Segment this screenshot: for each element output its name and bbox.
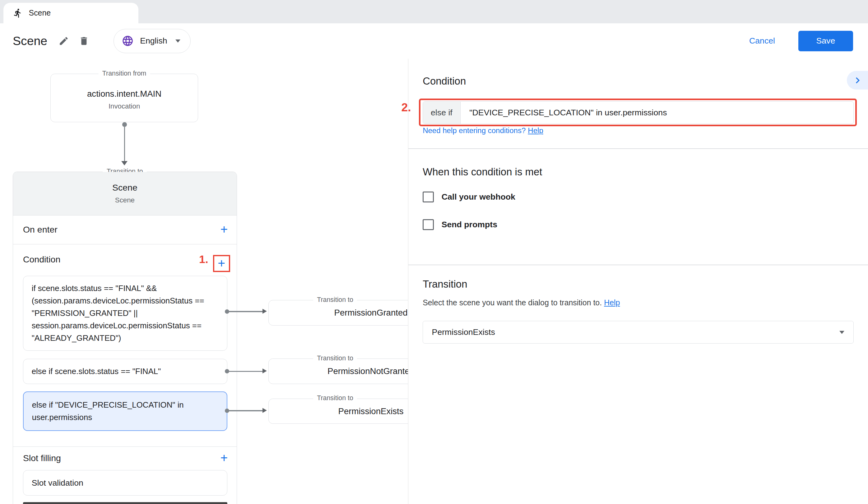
transition-help-link[interactable]: Help <box>604 298 620 307</box>
chevron-right-icon <box>851 74 864 86</box>
arrow-down-icon <box>121 161 127 165</box>
save-button[interactable]: Save <box>798 31 853 51</box>
when-condition-met-heading: When this condition is met <box>423 166 542 178</box>
transition-description-text: Select the scene you want the dialog to … <box>423 298 602 307</box>
connector-line <box>228 410 262 411</box>
annotation-box-1: + <box>213 255 230 272</box>
arrow-right-icon <box>262 309 267 314</box>
globe-icon <box>122 35 134 47</box>
target-title: PermissionExists <box>338 406 404 416</box>
slot-filling-section-header: Slot filling + <box>13 447 237 470</box>
scene-editor: Scene Scene English Cancel Save <box>0 0 868 504</box>
slot-validation-item[interactable]: Slot validation <box>23 470 227 496</box>
intent-type: Invocation <box>108 102 140 111</box>
trash-icon <box>79 36 89 46</box>
collapse-panel-button[interactable] <box>847 71 868 90</box>
tab-bar: Scene <box>0 0 868 23</box>
delete-scene-button[interactable] <box>76 34 91 49</box>
scene-card-title: Scene <box>112 182 137 193</box>
transition-heading: Transition <box>423 278 467 290</box>
condition-section-header: Condition 1. + <box>13 244 237 275</box>
annotation-step-2: 2. <box>402 101 411 114</box>
header-actions: Cancel Save <box>749 31 868 51</box>
help-link[interactable]: Help <box>528 126 543 135</box>
run-icon <box>13 8 23 18</box>
condition-expression-input[interactable]: "DEVICE_PRECISE_LOCATION" in user.permis… <box>461 102 854 124</box>
target-title: PermissionGranted <box>334 308 408 318</box>
panel-divider <box>409 148 868 149</box>
target-legend: Transition to <box>313 355 357 362</box>
scene-card: Transition to Scene Scene On enter + Con… <box>13 172 237 504</box>
add-slot-button[interactable]: + <box>220 452 228 464</box>
condition-item-2[interactable]: else if scene.slots.status == "FINAL" <box>23 359 227 384</box>
annotation-step-1: 1. <box>199 253 208 266</box>
connector-line <box>124 127 125 161</box>
scene-card-subtitle: Scene <box>115 196 135 204</box>
scene-card-header[interactable]: Scene Scene <box>13 172 237 216</box>
connector-line <box>228 371 262 372</box>
on-enter-label: On enter <box>23 224 58 235</box>
call-webhook-label: Call your webhook <box>442 192 515 202</box>
condition-editor-row: else if "DEVICE_PRECISE_LOCATION" in use… <box>423 101 854 124</box>
tab-scene[interactable]: Scene <box>3 3 138 23</box>
transition-scene-value: PermissionExists <box>432 327 495 337</box>
send-prompts-checkbox[interactable] <box>423 219 434 230</box>
on-enter-section: On enter + <box>13 215 237 244</box>
page-title: Scene <box>13 34 47 48</box>
else-if-chip: else if <box>423 102 461 124</box>
help-prompt-text: Need help entering conditions? <box>423 126 526 135</box>
add-condition-button[interactable]: + <box>218 257 225 270</box>
connector-line <box>228 311 262 312</box>
condition-item-3-selected[interactable]: else if "DEVICE_PRECISE_LOCATION" in use… <box>23 391 227 431</box>
app-header: Scene English Cancel Save <box>0 23 868 59</box>
intent-name: actions.intent.MAIN <box>87 89 162 99</box>
tab-label: Scene <box>29 8 51 18</box>
node-legend: Transition from <box>98 70 150 77</box>
slot-filling-label: Slot filling <box>23 453 61 463</box>
prompts-checkbox-row: Send prompts <box>423 219 497 230</box>
arrow-right-icon <box>262 408 267 413</box>
condition-label: Condition <box>23 254 60 265</box>
cancel-button[interactable]: Cancel <box>749 36 775 46</box>
language-label: English <box>140 36 167 46</box>
transition-from-node[interactable]: Transition from actions.intent.MAIN Invo… <box>50 74 198 123</box>
target-legend: Transition to <box>313 296 357 304</box>
clipped-card-element <box>23 502 227 504</box>
webhook-checkbox-row: Call your webhook <box>423 191 515 203</box>
language-selector[interactable]: English <box>114 29 190 53</box>
add-on-enter-button[interactable]: + <box>220 223 228 236</box>
edit-scene-button[interactable] <box>56 34 71 49</box>
condition-heading: Condition <box>423 75 466 87</box>
condition-editor-panel: Condition else if "DEVICE_PRECISE_LOCATI… <box>408 59 868 504</box>
condition-item-1[interactable]: if scene.slots.status == "FINAL" && (ses… <box>23 276 227 351</box>
target-title: PermissionNotGranted <box>328 366 414 376</box>
condition-help-line: Need help entering conditions?Help <box>423 126 543 135</box>
chevron-down-icon <box>839 331 844 334</box>
chevron-down-icon <box>175 40 180 43</box>
send-prompts-label: Send prompts <box>442 220 497 230</box>
connector-dot <box>122 122 126 127</box>
call-webhook-checkbox[interactable] <box>423 191 434 203</box>
transition-description: Select the scene you want the dialog to … <box>423 298 620 307</box>
pencil-icon <box>59 36 69 46</box>
transition-scene-select[interactable]: PermissionExists <box>423 321 854 344</box>
arrow-right-icon <box>262 368 267 374</box>
target-legend: Transition to <box>313 394 357 402</box>
panel-divider <box>409 265 868 265</box>
